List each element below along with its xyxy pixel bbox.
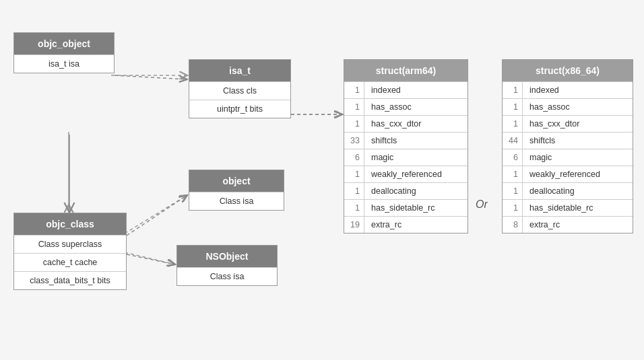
nsobject-row-isa: Class isa xyxy=(177,267,277,285)
struct-arm64-row-weakly-ref: 1 weakly_referenced xyxy=(344,166,468,182)
object-row-isa: Class isa xyxy=(189,192,284,210)
or-label: Or xyxy=(476,199,488,211)
struct-x86-row-magic: 6 magic xyxy=(503,149,633,166)
struct-x86-table: struct(x86_64) 1 indexed 1 has_assoc 1 h… xyxy=(502,59,633,233)
struct-x86-row-shiftcls: 44 shiftcls xyxy=(503,132,633,149)
struct-arm64-row-has-assoc: 1 has_assoc xyxy=(344,98,468,115)
struct-x86-row-has-cxx-dtor: 1 has_cxx_dtor xyxy=(503,115,633,132)
objc-class-header: objc_class xyxy=(14,213,126,235)
objc-object-header: objc_object xyxy=(14,33,114,55)
object-header: object xyxy=(189,170,284,192)
svg-line-8 xyxy=(115,75,187,79)
struct-arm64-row-shiftcls: 33 shiftcls xyxy=(344,132,468,149)
objc-class-row-superclass: Class superclass xyxy=(14,235,126,253)
struct-arm64-table: struct(arm64) 1 indexed 1 has_assoc 1 ha… xyxy=(344,59,468,233)
objc-object-row-isa: isa_t isa xyxy=(14,55,114,73)
objc-object-box: objc_object isa_t isa xyxy=(13,32,115,73)
struct-x86-header: struct(x86_64) xyxy=(503,60,633,81)
struct-x86-row-extra-rc: 8 extra_rc xyxy=(503,216,633,233)
struct-arm64-header: struct(arm64) xyxy=(344,60,468,81)
struct-arm64-row-deallocating: 1 deallocating xyxy=(344,182,468,199)
diagram-container: objc_object isa_t isa isa_t Class cls ui… xyxy=(0,0,644,360)
objc-class-row-cache: cache_t cache xyxy=(14,253,126,271)
struct-arm64-row-has-cxx-dtor: 1 has_cxx_dtor xyxy=(344,115,468,132)
struct-x86-row-weakly-ref: 1 weakly_referenced xyxy=(503,166,633,182)
struct-arm64-row-magic: 6 magic xyxy=(344,149,468,166)
struct-x86-row-has-sidetable: 1 has_sidetable_rc xyxy=(503,199,633,216)
struct-x86-row-has-assoc: 1 has_assoc xyxy=(503,98,633,115)
object-box: object Class isa xyxy=(189,170,284,211)
objc-class-box: objc_class Class superclass cache_t cach… xyxy=(13,213,127,290)
isa-t-row-cls: Class cls xyxy=(189,81,290,100)
svg-line-6 xyxy=(125,195,187,233)
struct-arm64-row-indexed: 1 indexed xyxy=(344,81,468,98)
struct-arm64-row-has-sidetable: 1 has_sidetable_rc xyxy=(344,199,468,216)
svg-line-12 xyxy=(127,254,175,264)
objc-class-row-bits: class_data_bits_t bits xyxy=(14,271,126,289)
nsobject-box: NSObject Class isa xyxy=(176,245,278,286)
isa-t-box: isa_t Class cls uintptr_t bits xyxy=(189,59,291,118)
struct-x86-row-indexed: 1 indexed xyxy=(503,81,633,98)
isa-t-header: isa_t xyxy=(189,60,290,81)
isa-t-row-bits: uintptr_t bits xyxy=(189,100,290,118)
svg-line-11 xyxy=(127,195,187,236)
struct-arm64-row-extra-rc: 19 extra_rc xyxy=(344,216,468,233)
nsobject-header: NSObject xyxy=(177,246,277,267)
svg-line-7 xyxy=(125,252,175,264)
struct-x86-row-deallocating: 1 deallocating xyxy=(503,182,633,199)
